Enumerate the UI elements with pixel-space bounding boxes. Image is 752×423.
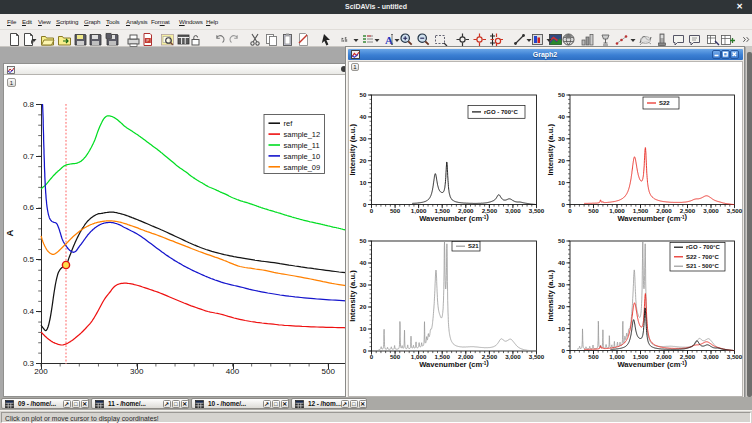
svg-text:rGO - 700°C: rGO - 700°C xyxy=(484,109,518,115)
svg-text:S21 - 500°C: S21 - 500°C xyxy=(686,263,719,269)
svg-text:400: 400 xyxy=(226,367,240,376)
svg-text:40: 40 xyxy=(558,113,565,120)
svg-text:1,000: 1,000 xyxy=(609,353,625,360)
svg-text:0: 0 xyxy=(363,201,367,208)
svg-text:sample_10: sample_10 xyxy=(284,152,321,161)
svg-text:2,500: 2,500 xyxy=(680,207,696,214)
svg-text:10: 10 xyxy=(360,325,367,332)
svg-text:300: 300 xyxy=(130,367,144,376)
svg-text:0: 0 xyxy=(568,353,572,360)
svg-text:sample_12: sample_12 xyxy=(284,130,321,139)
svg-text:10: 10 xyxy=(558,325,565,332)
svg-text:Wavenumber (cm-1): Wavenumber (cm-1) xyxy=(419,358,489,369)
svg-text:50: 50 xyxy=(558,237,565,244)
svg-text:0.7: 0.7 xyxy=(23,152,35,161)
svg-text:Intensity (a.u.): Intensity (a.u.) xyxy=(547,124,556,176)
svg-text:rGO - 700°C: rGO - 700°C xyxy=(686,244,720,250)
svg-text:3,500: 3,500 xyxy=(727,207,743,214)
svg-text:40: 40 xyxy=(558,259,565,266)
svg-text:Intensity (a.u.): Intensity (a.u.) xyxy=(349,124,357,176)
svg-text:0: 0 xyxy=(562,347,566,354)
svg-text:S22 - 700°C: S22 - 700°C xyxy=(686,254,719,260)
svg-text:200: 200 xyxy=(34,367,48,376)
svg-text:0.3: 0.3 xyxy=(23,359,35,368)
svg-text:0: 0 xyxy=(562,201,566,208)
svg-text:0.6: 0.6 xyxy=(23,203,35,212)
svg-text:0: 0 xyxy=(363,347,367,354)
svg-text:500: 500 xyxy=(588,353,599,360)
svg-text:1,000: 1,000 xyxy=(411,353,427,360)
svg-text:3,000: 3,000 xyxy=(703,353,719,360)
svg-text:30: 30 xyxy=(360,135,367,142)
svg-text:2,000: 2,000 xyxy=(458,353,474,360)
svg-text:P: P xyxy=(146,38,149,43)
svg-text:Wavenumber (cm-1): Wavenumber (cm-1) xyxy=(617,212,687,223)
svg-text:30: 30 xyxy=(360,281,367,288)
svg-text:3,500: 3,500 xyxy=(529,207,545,214)
svg-text:1,000: 1,000 xyxy=(411,207,427,214)
svg-text:40: 40 xyxy=(360,259,367,266)
svg-text:40: 40 xyxy=(360,113,367,120)
svg-text:Intensity (a.u.): Intensity (a.u.) xyxy=(349,270,357,322)
svg-text:20: 20 xyxy=(558,303,565,310)
svg-text:3,000: 3,000 xyxy=(505,353,521,360)
svg-text:2,000: 2,000 xyxy=(656,207,672,214)
svg-text:Wavenumber (cm-1): Wavenumber (cm-1) xyxy=(617,358,687,369)
svg-text:500: 500 xyxy=(390,353,401,360)
svg-text:2,000: 2,000 xyxy=(458,207,474,214)
svg-text:3,000: 3,000 xyxy=(505,207,521,214)
svg-text:10: 10 xyxy=(360,179,367,186)
svg-text:2,000: 2,000 xyxy=(656,353,672,360)
svg-text:500: 500 xyxy=(322,367,336,376)
svg-text:sample_09: sample_09 xyxy=(284,163,321,172)
svg-text:20: 20 xyxy=(558,157,565,164)
svg-text:S21: S21 xyxy=(468,243,479,249)
svg-text:50: 50 xyxy=(360,91,367,98)
svg-text:A: A xyxy=(5,229,15,236)
svg-text:10: 10 xyxy=(558,179,565,186)
svg-text:Wavenumber (cm-1): Wavenumber (cm-1) xyxy=(419,212,489,223)
svg-text:1,500: 1,500 xyxy=(434,353,450,360)
svg-text:2,500: 2,500 xyxy=(482,353,498,360)
svg-text:Intensity (a.u.): Intensity (a.u.) xyxy=(547,270,556,322)
svg-text:50: 50 xyxy=(360,237,367,244)
svg-text:0.4: 0.4 xyxy=(23,307,35,316)
svg-text:50: 50 xyxy=(558,91,565,98)
svg-text:3,000: 3,000 xyxy=(703,207,719,214)
svg-text:20: 20 xyxy=(360,303,367,310)
svg-text:3,500: 3,500 xyxy=(529,353,545,360)
svg-text:0.5: 0.5 xyxy=(23,255,35,264)
svg-text:2,500: 2,500 xyxy=(680,353,696,360)
svg-text:500: 500 xyxy=(588,207,599,214)
svg-text:S22: S22 xyxy=(659,100,670,106)
svg-text:0: 0 xyxy=(370,353,374,360)
svg-text:1,500: 1,500 xyxy=(434,207,450,214)
svg-text:sample_11: sample_11 xyxy=(284,141,320,150)
svg-text:1,000: 1,000 xyxy=(609,207,625,214)
svg-text:0: 0 xyxy=(568,207,572,214)
svg-text:3,500: 3,500 xyxy=(727,353,743,360)
svg-text:30: 30 xyxy=(558,135,565,142)
svg-text:30: 30 xyxy=(558,281,565,288)
svg-text:ref: ref xyxy=(284,119,294,128)
svg-text:1,500: 1,500 xyxy=(633,353,649,360)
svg-text:0: 0 xyxy=(370,207,374,214)
svg-text:20: 20 xyxy=(360,157,367,164)
svg-text:0.8: 0.8 xyxy=(23,100,35,109)
svg-text:500: 500 xyxy=(390,207,401,214)
svg-text:1,500: 1,500 xyxy=(633,207,649,214)
svg-text:2,500: 2,500 xyxy=(482,207,498,214)
